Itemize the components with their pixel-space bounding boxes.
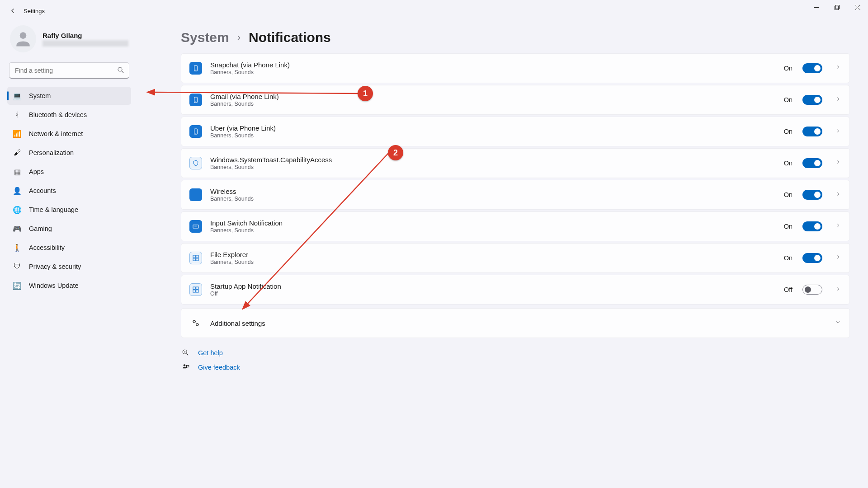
sidebar-item-network-internet[interactable]: 📶Network & internet — [7, 125, 131, 143]
search-icon — [117, 66, 125, 76]
nav-icon: 🔄 — [13, 281, 22, 290]
chevron-right-icon — [835, 159, 841, 167]
nav-icon: 📶 — [13, 129, 22, 138]
close-button[interactable] — [847, 0, 868, 14]
toggle-switch[interactable] — [802, 190, 822, 200]
app-row[interactable]: Snapchat (via Phone Link)Banners, Sounds… — [181, 53, 850, 83]
app-name: Uber (via Phone Link) — [210, 124, 776, 132]
get-help-link[interactable]: Get help — [198, 349, 223, 357]
app-row[interactable]: Uber (via Phone Link)Banners, SoundsOn — [181, 117, 850, 146]
profile-name: Rafly Gilang — [42, 32, 128, 39]
app-icon — [189, 94, 202, 106]
minimize-button[interactable] — [806, 0, 826, 14]
app-subtitle: Banners, Sounds — [210, 227, 776, 234]
toggle-switch[interactable] — [802, 221, 822, 231]
nav-icon: 🛡 — [13, 262, 22, 271]
app-subtitle: Banners, Sounds — [210, 164, 776, 170]
nav-icon: ᚼ — [13, 110, 22, 119]
svg-rect-25 — [193, 290, 195, 292]
nav-label: Personalization — [29, 149, 74, 156]
gears-icon — [189, 317, 202, 329]
chevron-right-icon — [835, 286, 841, 294]
search-box[interactable] — [9, 62, 129, 79]
chevron-right-icon: › — [237, 32, 241, 43]
toggle-switch[interactable] — [802, 127, 822, 136]
app-subtitle: Banners, Sounds — [210, 69, 776, 75]
svg-rect-21 — [193, 258, 195, 261]
toggle-switch[interactable] — [802, 285, 822, 295]
nav-label: Apps — [29, 168, 44, 175]
app-subtitle: Off — [210, 291, 776, 297]
breadcrumb-parent[interactable]: System — [181, 30, 229, 45]
minimize-icon — [814, 5, 819, 10]
sidebar-item-privacy-security[interactable]: 🛡Privacy & security — [7, 258, 131, 276]
nav-label: Network & internet — [29, 130, 83, 137]
toggle-state-label: On — [784, 223, 793, 230]
search-input[interactable] — [9, 62, 129, 79]
maximize-button[interactable] — [826, 0, 847, 14]
app-name: File Explorer — [210, 251, 776, 258]
sidebar-item-time-language[interactable]: 🌐Time & language — [7, 201, 131, 219]
svg-rect-1 — [835, 6, 838, 9]
nav-label: Windows Update — [29, 282, 79, 289]
svg-rect-26 — [196, 290, 198, 292]
breadcrumb: System › Notifications — [181, 22, 850, 53]
sidebar-item-system[interactable]: 💻System — [7, 87, 131, 105]
app-row[interactable]: Startup App NotificationOffOff — [181, 275, 850, 305]
app-name: Startup App Notification — [210, 282, 776, 290]
sidebar-item-personalization[interactable]: 🖌Personalization — [7, 144, 131, 162]
app-name: Snapchat (via Phone Link) — [210, 61, 776, 69]
additional-settings-row[interactable]: Additional settings — [181, 308, 850, 338]
app-row[interactable]: Gmail (via Phone Link)Banners, SoundsOn — [181, 85, 850, 115]
sidebar-item-bluetooth-devices[interactable]: ᚼBluetooth & devices — [7, 106, 131, 124]
sidebar-item-apps[interactable]: ▦Apps — [7, 163, 131, 181]
nav-icon: 👤 — [13, 186, 22, 195]
chevron-right-icon — [835, 191, 841, 199]
profile-block[interactable]: Rafly Gilang — [7, 22, 131, 60]
additional-settings-label: Additional settings — [210, 319, 827, 327]
app-subtitle: Banners, Sounds — [210, 259, 776, 265]
get-help-row: ? Get help — [182, 349, 850, 357]
toggle-switch[interactable] — [802, 253, 822, 263]
content-pane: System › Notifications Snapchat (via Pho… — [136, 22, 868, 488]
avatar — [10, 25, 36, 52]
svg-point-27 — [193, 320, 195, 323]
app-icon — [189, 252, 202, 264]
app-row[interactable]: Windows.SystemToast.CapabilityAccessBann… — [181, 148, 850, 178]
sidebar-item-windows-update[interactable]: 🔄Windows Update — [7, 277, 131, 295]
toggle-switch[interactable] — [802, 63, 822, 73]
sidebar-item-accounts[interactable]: 👤Accounts — [7, 182, 131, 200]
nav-label: Accounts — [29, 187, 56, 194]
app-row[interactable]: WirelessBanners, SoundsOn — [181, 180, 850, 210]
sidebar-item-accessibility[interactable]: 🚶Accessibility — [7, 239, 131, 257]
svg-rect-2 — [835, 5, 839, 9]
app-icon — [189, 62, 202, 75]
back-button[interactable] — [4, 2, 22, 20]
arrow-left-icon — [9, 7, 17, 15]
app-icon — [189, 188, 202, 201]
chevron-right-icon — [835, 96, 841, 104]
svg-rect-20 — [196, 255, 198, 258]
svg-rect-14 — [193, 225, 198, 228]
nav-icon: 🚶 — [13, 243, 22, 252]
nav-label: Time & language — [29, 206, 78, 213]
toggle-state-label: On — [784, 160, 793, 167]
app-icon — [189, 125, 202, 138]
nav-label: Gaming — [29, 225, 52, 232]
help-links: ? Get help Give feedback — [181, 349, 850, 371]
svg-rect-23 — [193, 287, 195, 289]
give-feedback-link[interactable]: Give feedback — [198, 364, 240, 371]
close-icon — [855, 5, 860, 10]
toggle-switch[interactable] — [802, 95, 822, 105]
app-name: Wireless — [210, 188, 776, 195]
svg-point-28 — [196, 324, 198, 326]
scrollbar[interactable] — [865, 22, 867, 488]
app-row[interactable]: Input Switch NotificationBanners, Sounds… — [181, 211, 850, 241]
sidebar-item-gaming[interactable]: 🎮Gaming — [7, 220, 131, 238]
app-title: Settings — [24, 8, 45, 14]
svg-point-5 — [20, 32, 27, 39]
chevron-down-icon — [835, 319, 841, 327]
svg-point-6 — [118, 67, 122, 71]
toggle-switch[interactable] — [802, 158, 822, 168]
app-row[interactable]: File ExplorerBanners, SoundsOn — [181, 243, 850, 273]
